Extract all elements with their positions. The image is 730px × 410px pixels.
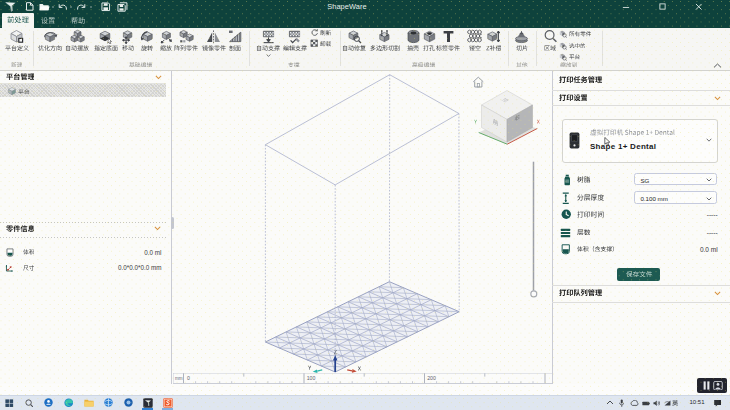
printer-dropdown-icon[interactable] (706, 138, 712, 142)
bottom-icon[interactable] (98, 29, 113, 44)
taskbar-edge-icon[interactable] (64, 398, 74, 408)
platform-item-label[interactable] (18, 89, 30, 95)
open-file-icon[interactable] (39, 3, 50, 11)
viewport-3d[interactable] (173, 71, 553, 374)
ribbon-button-label[interactable] (141, 45, 153, 51)
section-icon[interactable] (228, 29, 243, 44)
undo-icon[interactable] (57, 3, 68, 11)
ribbon-button-label[interactable] (38, 45, 62, 51)
unload-icon[interactable] (310, 39, 319, 48)
edit-support-icon[interactable] (287, 29, 302, 44)
home-icon[interactable] (473, 77, 483, 87)
auto-support-icon[interactable] (261, 29, 276, 44)
layer-dropdown[interactable]: 0.100 mm (634, 191, 717, 203)
recorder-stop-button[interactable] (713, 381, 723, 391)
zoom-all-parts-label[interactable] (569, 31, 591, 37)
recorder-pause-button[interactable] (703, 381, 710, 390)
redo-icon[interactable] (76, 3, 87, 11)
zcomp-icon[interactable] (486, 29, 501, 44)
ribbon-button-label[interactable] (256, 45, 280, 51)
zoom-region-icon[interactable] (543, 29, 558, 44)
ribbon-button-label[interactable] (407, 45, 419, 51)
ribbon-button-label[interactable] (544, 45, 556, 51)
resin-dropdown[interactable]: SG (634, 173, 717, 185)
lattice-icon[interactable] (467, 29, 482, 44)
chevron-down-icon[interactable] (714, 96, 721, 100)
tray-battery-icon[interactable] (642, 401, 651, 406)
ribbon-button-label[interactable] (65, 45, 89, 51)
refresh-icon[interactable] (310, 28, 319, 37)
rotate-icon[interactable] (140, 29, 155, 44)
ribbon-button-label[interactable] (469, 45, 481, 51)
ribbon-button-label[interactable] (202, 45, 226, 51)
minimize-button[interactable] (622, 3, 630, 10)
ribbon-button-label[interactable] (516, 45, 528, 51)
tray-mic-icon[interactable] (619, 399, 625, 408)
scale-icon[interactable] (158, 29, 173, 44)
ribbon-button-label[interactable] (229, 45, 241, 51)
array-icon[interactable] (179, 29, 194, 44)
group-separator (536, 31, 537, 66)
chevron-down-icon[interactable] (154, 226, 161, 230)
mirror-icon[interactable] (206, 29, 221, 44)
taskbar-snip-icon[interactable] (163, 398, 173, 408)
zoom-platform-icon[interactable] (559, 53, 567, 61)
taskbar-file-explorer-icon[interactable] (84, 399, 94, 407)
tray-notification-icon[interactable] (713, 399, 722, 408)
chevron-down-icon[interactable] (266, 54, 271, 57)
ribbon-button-label[interactable] (370, 45, 400, 51)
tab-settings-label[interactable] (41, 17, 55, 24)
close-button[interactable] (695, 3, 703, 11)
ribbon-small-button-label[interactable] (320, 41, 331, 47)
shell-icon[interactable] (406, 29, 421, 44)
zoom-all-parts-icon[interactable] (559, 30, 567, 38)
ribbon-button-label[interactable] (486, 45, 502, 51)
tab-help-label[interactable] (71, 17, 85, 24)
chevron-down-icon[interactable] (155, 75, 162, 79)
ribbon-small-button-label[interactable] (320, 30, 331, 36)
zoom-selected-label[interactable] (569, 43, 586, 49)
ribbon-button-label[interactable] (94, 45, 118, 51)
tray-network-icon[interactable] (664, 400, 671, 406)
tray-onedrive-icon[interactable] (630, 400, 639, 406)
taskbar-app-blue-icon[interactable] (124, 398, 133, 407)
chevron-down-icon[interactable] (714, 291, 721, 295)
zoom-selected-icon[interactable] (559, 42, 567, 50)
printer-selector[interactable] (562, 119, 718, 163)
ribbon-button-label[interactable] (436, 45, 460, 51)
print-task-section-title (559, 76, 602, 83)
repair-icon[interactable] (347, 29, 362, 44)
hole-icon[interactable] (422, 29, 437, 44)
label-part-icon[interactable] (441, 29, 456, 44)
ribbon-button-label[interactable] (5, 45, 29, 51)
ribbon-button-label[interactable] (122, 45, 134, 51)
taskbar-people-icon[interactable] (44, 398, 53, 407)
taskbar-browser-icon[interactable] (104, 398, 113, 407)
tray-expand-icon[interactable] (606, 400, 614, 405)
arrange-icon[interactable] (70, 29, 85, 44)
ribbon-button-label[interactable] (174, 45, 198, 51)
save-icon[interactable] (101, 2, 111, 12)
ribbon-button-label[interactable] (423, 45, 435, 51)
zoom-platform-label[interactable] (569, 54, 580, 60)
ribbon-button-label[interactable] (342, 45, 366, 51)
ribbon-button-label[interactable] (160, 45, 172, 51)
tray-clock[interactable]: 10:51 (684, 399, 710, 405)
ribbon-button-label[interactable] (283, 45, 307, 51)
move-icon[interactable] (120, 29, 135, 44)
new-file-icon[interactable] (25, 2, 34, 11)
slice-icon[interactable] (514, 29, 529, 44)
save-all-icon[interactable] (117, 2, 128, 12)
ribbon-collapse-icon[interactable] (713, 63, 722, 69)
platform-define-icon[interactable] (9, 29, 24, 44)
taskbar-search-icon[interactable] (25, 399, 34, 408)
zoom-slider-handle[interactable] (530, 291, 536, 297)
windows-start-button[interactable] (5, 399, 14, 408)
optimize-icon[interactable] (43, 29, 58, 44)
polycut-icon[interactable] (377, 29, 392, 44)
tray-speaker-icon[interactable] (653, 400, 661, 407)
maximize-button[interactable] (659, 3, 666, 10)
tray-ime-label[interactable] (672, 400, 678, 406)
nav-cube[interactable] (478, 90, 537, 144)
taskbar-shapeware-icon[interactable] (143, 398, 153, 408)
